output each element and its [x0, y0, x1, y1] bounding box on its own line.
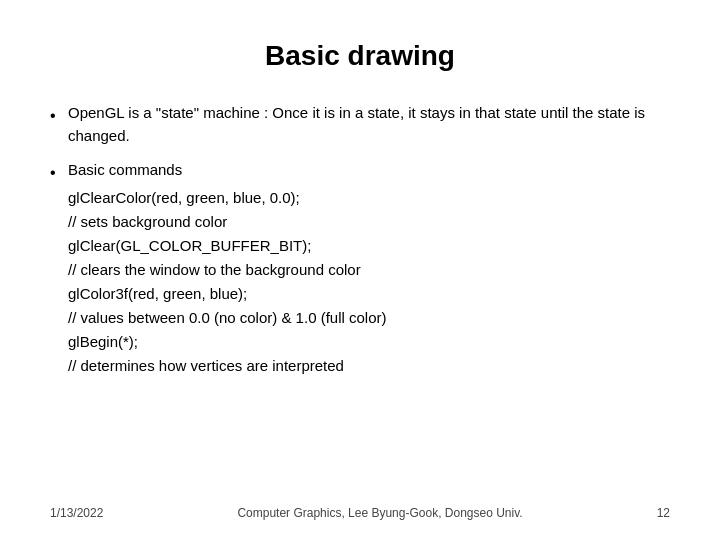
footer-center: Computer Graphics, Lee Byung-Gook, Dongs… [103, 506, 656, 520]
footer-page: 12 [657, 506, 670, 520]
bullet-item-1: • OpenGL is a "state" machine : Once it … [50, 102, 670, 147]
slide-footer: 1/13/2022 Computer Graphics, Lee Byung-G… [50, 496, 670, 520]
bullet-text-1: OpenGL is a "state" machine : Once it is… [68, 102, 670, 147]
footer-date: 1/13/2022 [50, 506, 103, 520]
bullet-dot-2: • [50, 161, 68, 185]
content-area: • OpenGL is a "state" machine : Once it … [50, 102, 670, 496]
code-line-5: // values between 0.0 (no color) & 1.0 (… [68, 306, 670, 330]
bullet-item-2: • Basic commands glClearColor(red, green… [50, 159, 670, 378]
slide-title: Basic drawing [50, 40, 670, 72]
code-line-4: glColor3f(red, green, blue); [68, 282, 670, 306]
slide: Basic drawing • OpenGL is a "state" mach… [0, 0, 720, 540]
code-line-1: // sets background color [68, 210, 670, 234]
code-block: glClearColor(red, green, blue, 0.0); // … [68, 186, 670, 378]
code-line-6: glBegin(*); [68, 330, 670, 354]
code-line-0: glClearColor(red, green, blue, 0.0); [68, 186, 670, 210]
bullet-text-2: Basic commands glClearColor(red, green, … [68, 159, 670, 378]
bullet-intro: Basic commands [68, 161, 182, 178]
code-line-3: // clears the window to the background c… [68, 258, 670, 282]
code-line-2: glClear(GL_COLOR_BUFFER_BIT); [68, 234, 670, 258]
bullet-dot-1: • [50, 104, 68, 128]
code-line-7: // determines how vertices are interpret… [68, 354, 670, 378]
bullet-list: • OpenGL is a "state" machine : Once it … [50, 102, 670, 390]
